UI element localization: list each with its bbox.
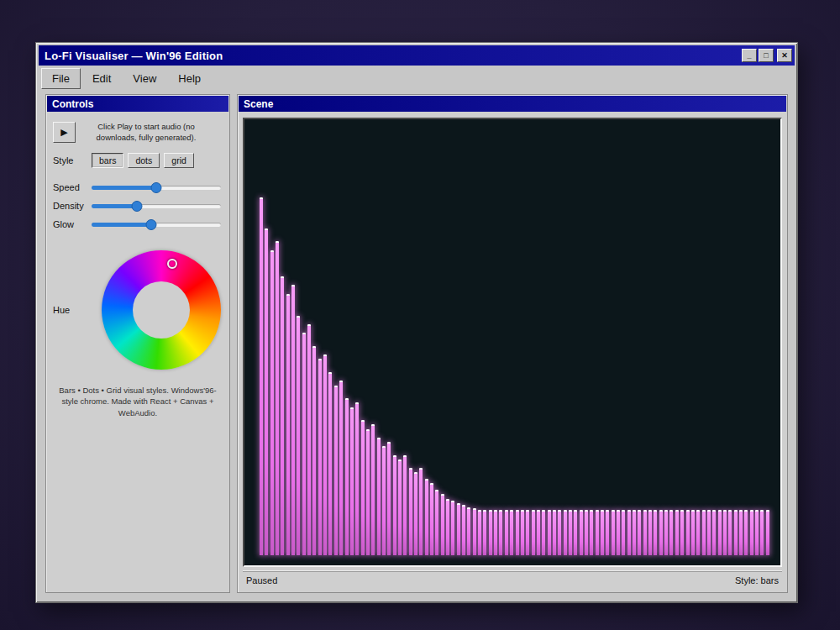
- spectrum-bar: [521, 510, 524, 555]
- style-button-bars[interactable]: bars: [92, 153, 123, 168]
- spectrum-bar: [371, 424, 375, 555]
- spectrum-bar: [478, 510, 481, 555]
- spectrum-bar: [318, 359, 322, 555]
- hue-row: Hue: [53, 250, 223, 370]
- spectrum-bar: [393, 455, 396, 555]
- spectrum-bar: [526, 510, 529, 555]
- spectrum-bar: [648, 510, 652, 555]
- speed-slider[interactable]: [92, 181, 221, 193]
- window-title: Lo-Fi Visualiser — Win'96 Edition: [45, 50, 223, 62]
- play-button[interactable]: ▶: [53, 122, 76, 143]
- titlebar[interactable]: Lo-Fi Visualiser — Win'96 Edition _ □ ✕: [39, 45, 795, 66]
- spectrum-bar: [633, 510, 636, 555]
- spectrum-bar: [590, 510, 593, 555]
- hue-selector[interactable]: [167, 259, 177, 269]
- spectrum-bar: [328, 372, 332, 555]
- density-slider-track: [92, 204, 221, 208]
- spectrum-bar: [638, 510, 641, 555]
- spectrum-bar: [612, 510, 615, 555]
- spectrum-bar: [334, 386, 338, 555]
- speed-slider-thumb[interactable]: [151, 182, 162, 193]
- spectrum-bar: [542, 510, 545, 555]
- style-row: Style barsdotsgrid: [53, 153, 223, 168]
- spectrum-bar: [414, 472, 417, 555]
- spectrum-bar: [499, 510, 502, 555]
- spectrum-bar: [312, 346, 316, 555]
- speed-label: Speed: [53, 182, 92, 192]
- spectrum-bar: [664, 510, 668, 555]
- scene-panel-header: Scene: [239, 96, 786, 112]
- spectrum-bar: [430, 483, 433, 555]
- spectrum-bar: [760, 510, 764, 555]
- glow-slider[interactable]: [92, 218, 221, 230]
- spectrum-bar: [489, 510, 492, 555]
- spectrum-bar: [686, 510, 690, 555]
- spectrum-bars: [260, 119, 770, 555]
- close-icon: ✕: [781, 51, 788, 60]
- menu-item-file[interactable]: File: [41, 68, 81, 89]
- menu-item-view[interactable]: View: [123, 69, 166, 88]
- spectrum-bar: [675, 510, 679, 555]
- spectrum-bar: [580, 510, 583, 555]
- menu-item-edit[interactable]: Edit: [82, 69, 121, 88]
- spectrum-bar: [473, 508, 476, 555]
- spectrum-bar: [728, 510, 732, 555]
- glow-slider-thumb[interactable]: [145, 219, 156, 230]
- spectrum-bar: [377, 438, 381, 555]
- window-content: Controls ▶ Click Play to start audio (no…: [39, 91, 795, 600]
- maximize-button[interactable]: □: [759, 49, 774, 62]
- close-button[interactable]: ✕: [777, 49, 792, 62]
- spectrum-bar: [398, 459, 402, 555]
- visualizer-canvas[interactable]: [243, 118, 782, 567]
- spectrum-bar: [366, 429, 370, 556]
- spectrum-bar: [403, 455, 407, 555]
- density-slider[interactable]: [92, 200, 221, 212]
- spectrum-bar: [669, 510, 673, 555]
- spectrum-bar: [446, 499, 449, 555]
- spectrum-bar: [627, 510, 631, 555]
- spectrum-bar: [435, 490, 438, 555]
- app-window: Lo-Fi Visualiser — Win'96 Edition _ □ ✕ …: [35, 42, 798, 603]
- style-button-dots[interactable]: dots: [128, 153, 160, 168]
- density-slider-thumb[interactable]: [131, 201, 142, 212]
- spectrum-bar: [606, 510, 609, 555]
- spectrum-bar: [419, 468, 423, 555]
- spectrum-bar: [723, 510, 727, 555]
- scene-panel: Scene Paused Style: bars: [237, 94, 788, 593]
- play-row: ▶ Click Play to start audio (no download…: [53, 122, 223, 143]
- style-buttons: barsdotsgrid: [92, 153, 194, 168]
- play-icon: ▶: [60, 127, 67, 137]
- spectrum-bar: [361, 420, 365, 555]
- spectrum-bar: [574, 510, 577, 555]
- glow-slider-row: Glow: [53, 218, 223, 230]
- controls-panel-header: Controls: [47, 96, 228, 112]
- scene-panel-body: Paused Style: bars: [238, 113, 787, 592]
- maximize-icon: □: [764, 51, 768, 60]
- spectrum-bar: [265, 228, 268, 555]
- play-hint: Click Play to start audio (no downloads,…: [82, 122, 210, 143]
- menu-item-help[interactable]: Help: [168, 69, 211, 88]
- hue-label: Hue: [53, 305, 92, 315]
- minimize-button[interactable]: _: [742, 49, 757, 62]
- spectrum-bar: [516, 510, 519, 555]
- status-playback: Paused: [246, 575, 277, 585]
- slider-group: SpeedDensityGlow: [46, 175, 229, 237]
- spectrum-bar: [302, 333, 306, 555]
- spectrum-bar: [339, 381, 343, 555]
- spectrum-bar: [734, 510, 738, 555]
- spectrum-bar: [659, 510, 663, 555]
- spectrum-bar: [596, 510, 599, 555]
- spectrum-bar: [286, 294, 290, 555]
- controls-panel-title: Controls: [52, 98, 93, 110]
- spectrum-bar: [702, 510, 706, 555]
- controls-panel: Controls ▶ Click Play to start audio (no…: [45, 94, 230, 593]
- scene-panel-title: Scene: [244, 98, 273, 110]
- minimize-icon: _: [747, 51, 751, 60]
- glow-label: Glow: [53, 219, 92, 229]
- style-button-grid[interactable]: grid: [164, 153, 194, 168]
- spectrum-bar: [558, 510, 561, 555]
- spectrum-bar: [451, 501, 454, 555]
- hue-wheel[interactable]: [102, 250, 221, 370]
- spectrum-bar: [696, 510, 700, 555]
- spectrum-bar: [585, 510, 588, 555]
